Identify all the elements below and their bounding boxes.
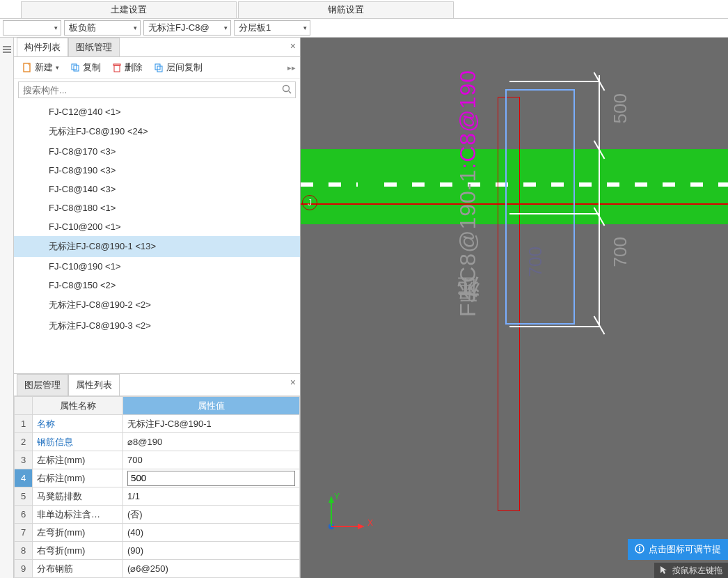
tab-component-list[interactable]: 构件列表 (17, 38, 68, 56)
list-item[interactable]: 无标注FJ-C8@190-3 <2> (14, 315, 300, 336)
marker-square (358, 180, 372, 189)
dimension-line (599, 75, 600, 216)
component-toolbar: 新建 ▾ 复制 删除 层间复制 ▸▸ (14, 57, 300, 79)
table-row[interactable]: 5马凳筋排数1/1 (15, 487, 300, 506)
status-strip: 按鼠标左键拖 (654, 563, 728, 578)
property-table: 属性名称 属性值 1名称无标注FJ-C8@190-12钢筋信息⌀8@1903左标… (14, 396, 300, 578)
list-item[interactable]: FJ-C10@200 <1> (14, 217, 300, 236)
delete-button[interactable]: 删除 (108, 60, 147, 75)
chevron-down-icon: ▾ (56, 64, 59, 71)
dimension-line (509, 213, 600, 214)
property-name: 右弯折(mm) (33, 542, 123, 560)
tab-rebar-settings[interactable]: 钢筋设置 (238, 1, 454, 18)
svg-marker-14 (329, 496, 334, 503)
close-icon[interactable]: × (290, 377, 296, 388)
list-item[interactable]: 无标注FJ-C8@190 <24> (14, 121, 300, 142)
selector-category[interactable]: 板负筋▾ (64, 20, 141, 36)
row-index: 6 (15, 506, 33, 524)
table-row[interactable]: 2钢筋信息⌀8@190 (15, 433, 300, 451)
new-button[interactable]: 新建 ▾ (18, 60, 63, 75)
search-input[interactable] (18, 81, 296, 98)
svg-rect-1 (3, 49, 11, 50)
list-item[interactable]: FJ-C8@190 <3> (14, 161, 300, 180)
row-index: 7 (15, 524, 33, 542)
chevron-down-icon: ▾ (134, 24, 137, 31)
cursor-icon (660, 565, 668, 576)
tip-badge[interactable]: 点击图标可调节提 (628, 539, 728, 560)
model-canvas[interactable]: J 500 700 700 无标注FJ-C8@190-1:C8@190 Y (301, 38, 728, 578)
property-value[interactable]: 700 (123, 451, 300, 469)
table-row[interactable]: 9分布钢筋(⌀6@250) (15, 560, 300, 578)
list-item[interactable]: FJ-C8@150 <2> (14, 276, 300, 295)
property-value[interactable]: (⌀6@250) (123, 560, 300, 578)
table-row[interactable]: 4右标注(mm) (15, 469, 300, 487)
search-icon[interactable] (282, 84, 292, 94)
property-value-input[interactable] (127, 471, 295, 486)
tab-layer-manager[interactable]: 图层管理 (17, 374, 68, 396)
table-row[interactable]: 7左弯折(mm)(40) (15, 524, 300, 542)
selector-0[interactable]: ▾ (3, 20, 61, 36)
row-index: 5 (15, 487, 33, 506)
info-icon (635, 544, 644, 556)
chevron-down-icon: ▾ (54, 24, 58, 31)
copy-icon (70, 63, 80, 72)
property-value[interactable]: (否) (123, 506, 300, 524)
list-item[interactable]: 无标注FJ-C8@190-2 <2> (14, 295, 300, 315)
tab-civil-settings[interactable]: 土建设置 (21, 1, 237, 18)
floor-copy-button[interactable]: 层间复制 (150, 60, 207, 75)
toolbar-more-icon[interactable]: ▸▸ (287, 63, 296, 72)
col-name: 属性名称 (33, 397, 123, 415)
table-row[interactable]: 6非单边标注含…(否) (15, 506, 300, 524)
property-value[interactable]: 无标注FJ-C8@190-1 (123, 415, 300, 433)
property-name: 左弯折(mm) (33, 524, 123, 542)
component-list[interactable]: FJ-C12@140 <1>无标注FJ-C8@190 <24>FJ-C8@170… (14, 101, 300, 373)
svg-point-10 (283, 86, 290, 92)
table-row[interactable]: 1名称无标注FJ-C8@190-1 (15, 415, 300, 433)
nav-icon[interactable] (2, 45, 12, 54)
close-icon[interactable]: × (290, 40, 296, 52)
svg-line-11 (289, 91, 291, 93)
property-name: 左标注(mm) (33, 451, 123, 469)
svg-rect-0 (3, 46, 11, 47)
table-row[interactable]: 8右弯折(mm)(90) (15, 542, 300, 560)
list-item[interactable]: FJ-C10@190 <1> (14, 257, 300, 276)
property-name: 右标注(mm) (33, 469, 123, 487)
svg-point-12 (329, 524, 334, 529)
top-settings-tabs: 土建设置 钢筋设置 (0, 0, 728, 18)
axis-gizmo: Y X (324, 494, 380, 536)
dimension-line (509, 81, 600, 82)
table-row[interactable]: 3左标注(mm)700 (15, 451, 300, 469)
selector-component[interactable]: 无标注FJ-C8@▾ (143, 20, 231, 36)
floor-copy-icon (154, 63, 164, 72)
property-value[interactable]: (40) (123, 524, 300, 542)
property-value[interactable]: (90) (123, 542, 300, 560)
svg-marker-16 (358, 524, 365, 529)
col-value: 属性值 (123, 397, 300, 415)
svg-rect-6 (114, 65, 120, 72)
property-name: 分布钢筋 (33, 560, 123, 578)
copy-button[interactable]: 复制 (66, 60, 105, 75)
property-value[interactable] (123, 469, 300, 487)
property-value[interactable]: 1/1 (123, 487, 300, 506)
list-item[interactable]: 无标注FJ-C8@190-1 <13> (14, 236, 300, 257)
property-value[interactable]: ⌀8@190 (123, 433, 300, 451)
selector-layer[interactable]: 分层板1▾ (234, 20, 310, 36)
svg-rect-19 (639, 546, 640, 547)
row-index: 3 (15, 451, 33, 469)
list-item[interactable]: FJ-C8@140 <3> (14, 180, 300, 198)
axis-x-label: X (367, 518, 373, 528)
rebar-label: 无标注FJ-C8@190-1:C8@190 (452, 70, 483, 319)
list-item[interactable]: FJ-C8@170 <3> (14, 142, 300, 161)
col-index (15, 397, 33, 415)
tab-property-list[interactable]: 属性列表 (68, 374, 120, 396)
axis-y-label: Y (334, 492, 340, 501)
new-file-icon (22, 63, 32, 72)
list-item[interactable]: FJ-C8@180 <1> (14, 198, 300, 217)
components-panel-header: 构件列表 图纸管理 × (14, 38, 300, 57)
row-index: 1 (15, 415, 33, 433)
svg-rect-2 (3, 52, 11, 53)
list-item[interactable]: FJ-C12@140 <1> (14, 102, 300, 121)
tab-drawing-manager[interactable]: 图纸管理 (68, 38, 120, 56)
property-name: 非单边标注含… (33, 506, 123, 524)
dimension-700-inner: 700 (525, 247, 546, 276)
